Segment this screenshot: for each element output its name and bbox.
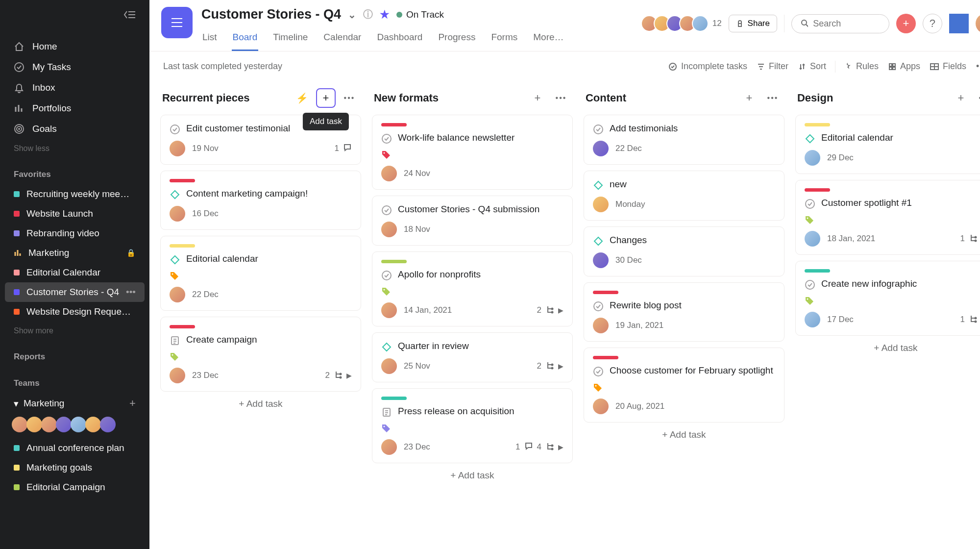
- diamond-icon[interactable]: [170, 254, 180, 265]
- tab-dashboard[interactable]: Dashboard: [376, 27, 423, 51]
- task-card[interactable]: Customer Stories - Q4 submission18 Nov: [372, 196, 573, 246]
- star-icon[interactable]: ★: [380, 8, 390, 21]
- search-input-wrap[interactable]: [791, 14, 889, 33]
- task-card[interactable]: Rewrite blog post19 Jan, 2021: [584, 282, 784, 342]
- task-card[interactable]: Editorial calendar29 Dec: [795, 115, 980, 174]
- team-project-item[interactable]: Annual conference plan: [0, 438, 149, 458]
- show-less-link[interactable]: Show less: [0, 139, 149, 158]
- check-icon[interactable]: [381, 205, 392, 216]
- task-card[interactable]: newMonday: [584, 171, 784, 221]
- column-title[interactable]: Recurrent pieces: [162, 92, 289, 104]
- assignee-avatar[interactable]: [381, 358, 397, 374]
- favorite-item[interactable]: Customer Stories - Q4•••: [5, 282, 145, 302]
- assignee-avatar[interactable]: [593, 252, 609, 268]
- apps-button[interactable]: Apps: [883, 58, 925, 75]
- assignee-avatar[interactable]: [170, 368, 185, 383]
- share-button[interactable]: Share: [729, 15, 777, 32]
- tab-list[interactable]: List: [201, 27, 218, 51]
- check-icon[interactable]: [593, 301, 604, 312]
- task-card[interactable]: Work-life balance newsletter24 Nov: [372, 115, 573, 190]
- team-project-item[interactable]: Editorial Campaign: [0, 477, 149, 497]
- caret-right-icon[interactable]: ▶: [558, 306, 564, 314]
- column-more-icon[interactable]: •••: [975, 88, 980, 108]
- add-task-link[interactable]: + Add task: [584, 423, 784, 447]
- task-card[interactable]: Press release on acquisition23 Dec14▶: [372, 388, 573, 463]
- assignee-avatar[interactable]: [381, 166, 397, 181]
- favorite-item[interactable]: Marketing🔒: [0, 243, 149, 263]
- tab-progress[interactable]: Progress: [437, 27, 476, 51]
- show-more-link[interactable]: Show more: [0, 322, 149, 340]
- project-icon[interactable]: [161, 7, 193, 38]
- tab-timeline[interactable]: Timeline: [272, 27, 309, 51]
- chevron-down-icon[interactable]: ⌄: [348, 9, 356, 21]
- add-task-button[interactable]: +Add task: [316, 88, 336, 108]
- task-card[interactable]: Changes30 Dec: [584, 226, 784, 276]
- add-task-button[interactable]: +: [528, 88, 547, 108]
- team-project-item[interactable]: Marketing goals: [0, 458, 149, 477]
- diamond-icon[interactable]: [805, 133, 815, 144]
- caret-right-icon[interactable]: ▶: [558, 443, 564, 451]
- favorite-item[interactable]: Website Launch: [0, 204, 149, 224]
- toolbar-more-icon[interactable]: •••: [971, 58, 980, 75]
- task-card[interactable]: Content marketing campaign!16 Dec: [160, 171, 361, 230]
- sort-button[interactable]: Sort: [793, 58, 831, 75]
- column-more-icon[interactable]: •••: [551, 88, 571, 108]
- team-header[interactable]: ▾ Marketing +: [0, 393, 149, 414]
- filter-button[interactable]: Filter: [752, 58, 793, 75]
- nav-check-circle[interactable]: My Tasks: [0, 57, 149, 77]
- fields-button[interactable]: Fields: [925, 58, 971, 75]
- check-icon[interactable]: [805, 279, 815, 290]
- assignee-avatar[interactable]: [381, 439, 397, 455]
- assignee-avatar[interactable]: [381, 222, 397, 237]
- status-badge[interactable]: On Track: [396, 9, 444, 20]
- assignee-avatar[interactable]: [170, 287, 185, 302]
- task-card[interactable]: Choose customer for February spotlight20…: [584, 348, 784, 423]
- search-input[interactable]: [813, 19, 880, 29]
- diamond-icon[interactable]: [381, 342, 392, 352]
- task-card[interactable]: Apollo for nonprofits14 Jan, 20212▶: [372, 251, 573, 326]
- profile-avatar[interactable]: [976, 14, 980, 33]
- assignee-avatar[interactable]: [593, 141, 609, 156]
- caret-right-icon[interactable]: ▶: [558, 362, 564, 370]
- task-card[interactable]: Quarter in review25 Nov2▶: [372, 332, 573, 382]
- team-avatars[interactable]: [0, 414, 149, 438]
- favorite-item[interactable]: Recruiting weekly mee…: [0, 184, 149, 204]
- more-icon[interactable]: •••: [126, 287, 136, 298]
- rules-button[interactable]: Rules: [839, 58, 883, 75]
- assignee-avatar[interactable]: [593, 197, 609, 212]
- diamond-icon[interactable]: [593, 236, 604, 247]
- tab-calendar[interactable]: Calendar: [322, 27, 362, 51]
- column-more-icon[interactable]: •••: [763, 88, 783, 108]
- doc-icon[interactable]: [170, 335, 180, 346]
- nav-home[interactable]: Home: [0, 36, 149, 57]
- tab-more[interactable]: More…: [532, 27, 564, 51]
- column-title[interactable]: New formats: [374, 92, 524, 104]
- reports-label[interactable]: Reports: [0, 340, 149, 367]
- caret-right-icon[interactable]: ▶: [346, 372, 352, 379]
- add-task-link[interactable]: + Add task: [160, 392, 361, 416]
- assignee-avatar[interactable]: [381, 302, 397, 318]
- member-stack[interactable]: 12: [645, 15, 722, 32]
- assignee-avatar[interactable]: [805, 150, 820, 166]
- check-icon[interactable]: [381, 133, 392, 144]
- add-task-button[interactable]: +: [739, 88, 759, 108]
- column-title[interactable]: Design: [797, 92, 947, 104]
- check-icon[interactable]: [170, 124, 180, 135]
- nav-bell[interactable]: Inbox: [0, 77, 149, 98]
- add-task-button[interactable]: +: [951, 88, 971, 108]
- doc-icon[interactable]: [381, 407, 392, 418]
- tab-forms[interactable]: Forms: [490, 27, 518, 51]
- check-icon[interactable]: [593, 366, 604, 377]
- column-more-icon[interactable]: •••: [340, 88, 359, 108]
- task-card[interactable]: Create campaign23 Dec2▶: [160, 317, 361, 392]
- assignee-avatar[interactable]: [593, 318, 609, 333]
- help-button[interactable]: ?: [923, 14, 942, 33]
- check-icon[interactable]: [805, 199, 815, 209]
- add-task-link[interactable]: + Add task: [372, 463, 573, 488]
- favorite-item[interactable]: Editorial Calendar: [0, 263, 149, 282]
- check-icon[interactable]: [381, 270, 392, 281]
- assignee-avatar[interactable]: [805, 312, 820, 327]
- nav-bars[interactable]: Portfolios: [0, 98, 149, 119]
- task-card[interactable]: Editorial calendar22 Dec: [160, 236, 361, 311]
- task-card[interactable]: Customer spotlight #118 Jan, 20211▶: [795, 180, 980, 255]
